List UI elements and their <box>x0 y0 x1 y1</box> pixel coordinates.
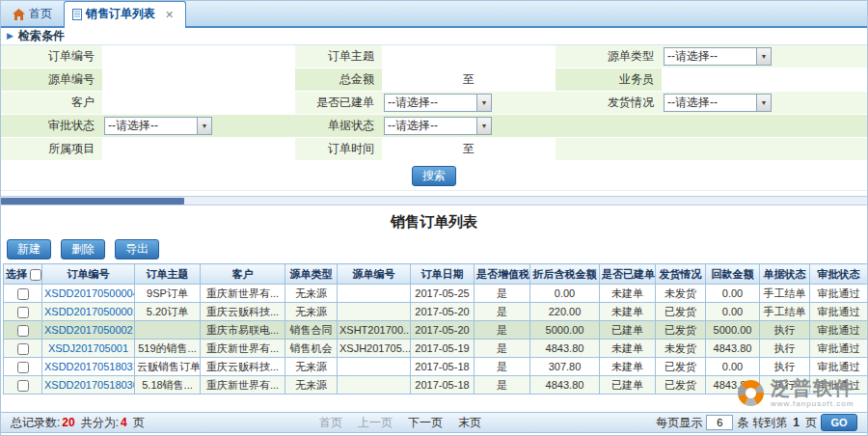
row-checkbox[interactable] <box>17 307 29 318</box>
next-page-link[interactable]: 下一页 <box>408 415 443 431</box>
doc-status-select[interactable]: --请选择--▼ <box>384 117 492 135</box>
cell-created: 已建单 <box>600 321 656 340</box>
field-cell: --请选择--▼ <box>382 115 556 137</box>
aperture-icon <box>738 380 764 406</box>
col-header-select: 选择 <box>4 264 42 285</box>
field-cell <box>662 138 868 160</box>
cell-select <box>4 321 42 340</box>
total-amount-to-input[interactable] <box>488 68 556 91</box>
cell-delivery: 已发货 <box>656 303 706 321</box>
row-checkbox[interactable] <box>17 325 29 337</box>
cell-order-no[interactable]: XSDD20170518031 <box>42 358 135 376</box>
page-size-controls: 每页显示 条 转到第 1 页 GO <box>656 414 857 431</box>
tab-close-icon[interactable]: ✕ <box>165 10 174 19</box>
order-no-input[interactable] <box>102 45 295 68</box>
field-label: 源单编号 <box>1 68 102 91</box>
go-button[interactable]: GO <box>821 414 857 431</box>
cell-order-no[interactable]: XSDD20170518030 <box>42 376 135 395</box>
cell-select <box>4 358 42 376</box>
field-cell: --请选择--▼ <box>662 45 868 68</box>
cell-amount: 4843.80 <box>530 376 600 395</box>
cell-order-date: 2017-05-25 <box>411 285 475 303</box>
cell-customer: 重庆新世界有... <box>201 285 285 303</box>
cell-source-type: 无来源 <box>285 303 338 321</box>
total-amount-from-input[interactable] <box>382 68 449 91</box>
row-checkbox[interactable] <box>17 362 29 373</box>
project-input[interactable] <box>102 138 295 160</box>
search-button[interactable]: 搜索 <box>412 166 456 186</box>
source-no-input[interactable] <box>102 68 295 91</box>
row-checkbox[interactable] <box>17 343 29 355</box>
col-header-created: 是否已建单 <box>600 264 656 285</box>
cell-order-no[interactable]: XSDD20170500001 <box>42 303 135 321</box>
total-pages-value: 4 <box>121 416 127 429</box>
cell-vat: 是 <box>475 340 530 358</box>
toolbar: 新建删除导出 <box>7 239 867 259</box>
per-page-suffix: 条 <box>737 415 748 431</box>
field-label: 订单时间 <box>295 138 382 160</box>
cell-delivery: 已发货 <box>656 321 706 340</box>
customer-input[interactable] <box>102 92 295 114</box>
last-page-link[interactable]: 末页 <box>458 415 481 431</box>
field-label: 客户 <box>1 92 102 114</box>
export-button[interactable]: 导出 <box>115 239 159 259</box>
field-cell: 至 <box>382 138 556 160</box>
col-header-customer: 客户 <box>201 264 285 285</box>
order-time-from-input[interactable] <box>382 138 449 160</box>
record-stats: 总记录数:20共分为:4页 <box>11 415 145 431</box>
cell-subject: 云贩销售订单 <box>135 358 201 376</box>
scrollbar-thumb[interactable] <box>1 198 184 204</box>
tab-sales-order-list[interactable]: 销售订单列表 ✕ <box>64 1 186 28</box>
cell-order-no[interactable]: XSDJ201705001 <box>42 340 135 358</box>
row-checkbox[interactable] <box>17 380 29 392</box>
cell-subject: 519的销售... <box>135 340 201 358</box>
tab-home-label: 首页 <box>29 6 52 22</box>
table-row: XSDD201705000049SP订单重庆新世界有...无来源2017-05-… <box>4 285 868 303</box>
col-header-subject: 订单主题 <box>135 264 201 285</box>
table-row: XSDD201705000015.20订单重庆云贩科技...无来源2017-05… <box>4 303 868 321</box>
delete-button[interactable]: 删除 <box>61 239 105 259</box>
cell-payment: 0.00 <box>706 285 760 303</box>
col-header-delivery: 发货情况 <box>656 264 706 285</box>
watermark-brand: 泛普软件 <box>771 378 855 397</box>
field-cell <box>382 45 556 68</box>
cell-order-no[interactable]: XSDD20170500004 <box>42 285 135 303</box>
new-button[interactable]: 新建 <box>7 239 51 259</box>
total-records-label: 总记录数: <box>11 416 60 429</box>
cell-delivery: 已发货 <box>656 358 706 376</box>
tab-home[interactable]: 首页 <box>5 2 64 26</box>
select-value: --请选择-- <box>385 95 476 111</box>
approval-status-select[interactable]: --请选择--▼ <box>104 117 212 135</box>
cell-subject: 9SP订单 <box>135 285 201 303</box>
page-title: 销售订单列表 <box>1 213 867 232</box>
search-header[interactable]: ▶ 检索条件 <box>1 28 867 45</box>
cell-approval: 审批通过 <box>810 321 868 340</box>
field-cell: --请选择--▼ <box>382 92 556 114</box>
chevron-down-icon: ▼ <box>197 118 211 134</box>
cell-source-type: 无来源 <box>285 285 338 303</box>
cell-order-no[interactable]: XSDD2017050002 <box>42 321 135 340</box>
is-created-select[interactable]: --请选择--▼ <box>384 94 492 112</box>
cell-order-date: 2017-05-19 <box>411 340 475 358</box>
cell-amount: 0.00 <box>530 285 600 303</box>
row-checkbox[interactable] <box>17 288 29 300</box>
field-label: 业务员 <box>556 68 662 91</box>
cell-order-date: 2017-05-18 <box>411 376 475 395</box>
delivery-status-select[interactable]: --请选择--▼ <box>664 94 772 112</box>
cell-customer: 重庆新世界有... <box>201 340 285 358</box>
salesperson-input[interactable] <box>662 68 868 91</box>
order-subject-input[interactable] <box>382 45 556 68</box>
cell-vat: 是 <box>475 358 530 376</box>
horizontal-scrollbar[interactable] <box>1 196 867 205</box>
order-time-to-input[interactable] <box>488 138 556 160</box>
select-all-checkbox[interactable] <box>30 269 41 281</box>
cell-customer: 重庆云贩科技... <box>201 358 285 376</box>
cell-doc-status: 执行 <box>760 358 810 376</box>
cell-order-date: 2017-05-20 <box>411 321 475 340</box>
source-type-select[interactable]: --请选择--▼ <box>664 47 772 66</box>
chevron-down-icon: ▼ <box>476 118 491 134</box>
cell-subject: 5.18销售... <box>135 376 201 395</box>
field-cell <box>102 45 295 68</box>
page-size-input[interactable] <box>706 415 733 430</box>
cell-created: 未建单 <box>600 358 656 376</box>
